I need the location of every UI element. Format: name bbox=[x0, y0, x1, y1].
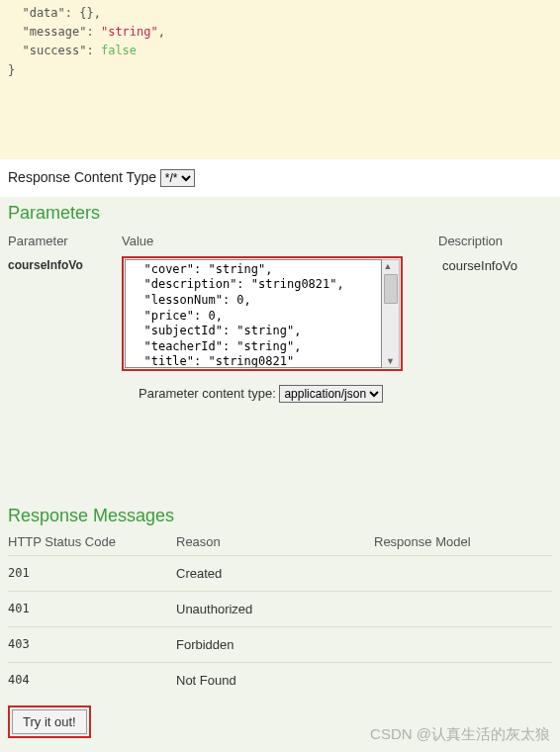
resp-header-reason: Reason bbox=[176, 534, 374, 549]
response-code: 201 bbox=[8, 566, 176, 581]
resp-header-model: Response Model bbox=[374, 534, 552, 549]
response-sample-code: "data": {}, "message": "string", "succes… bbox=[0, 0, 560, 159]
parameter-content-type-row: Parameter content type: application/json bbox=[0, 373, 560, 411]
resp-header-status: HTTP Status Code bbox=[8, 534, 176, 549]
response-row: 201 Created bbox=[8, 555, 552, 591]
response-row: 401 Unauthorized bbox=[8, 591, 552, 626]
response-content-type-row: Response Content Type */* bbox=[0, 159, 560, 197]
try-it-out-button[interactable]: Try it out! bbox=[12, 709, 87, 734]
parameter-content-type-select[interactable]: application/json bbox=[279, 385, 383, 403]
response-model bbox=[374, 637, 552, 652]
parameters-header-value: Value bbox=[122, 234, 438, 248]
response-messages-title: Response Messages bbox=[8, 500, 552, 530]
parameter-content-type-label: Parameter content type: bbox=[139, 386, 276, 401]
parameter-name: courseInfoVo bbox=[8, 256, 122, 272]
textarea-scrollbar[interactable]: ▲ ▼ bbox=[382, 259, 400, 368]
response-reason: Unauthorized bbox=[176, 602, 374, 616]
parameters-header-parameter: Parameter bbox=[8, 234, 122, 248]
parameter-value-highlight: ▲ ▼ bbox=[122, 256, 403, 371]
response-code: 404 bbox=[8, 673, 176, 688]
response-messages-section: Response Messages HTTP Status Code Reaso… bbox=[0, 500, 560, 698]
scroll-down-icon[interactable]: ▼ bbox=[386, 355, 395, 367]
response-code: 403 bbox=[8, 637, 176, 652]
response-content-type-select[interactable]: */* bbox=[160, 169, 195, 187]
response-model bbox=[374, 673, 552, 688]
try-it-out-highlight: Try it out! bbox=[8, 705, 91, 738]
response-messages-header: HTTP Status Code Reason Response Model bbox=[8, 530, 552, 555]
scroll-up-icon[interactable]: ▲ bbox=[384, 260, 398, 272]
response-row: 403 Forbidden bbox=[8, 626, 552, 662]
response-content-type-label: Response Content Type bbox=[8, 169, 156, 185]
parameter-description: courseInfoVo bbox=[438, 256, 552, 273]
scroll-thumb[interactable] bbox=[384, 274, 398, 304]
response-reason: Forbidden bbox=[176, 637, 374, 652]
response-model bbox=[374, 566, 552, 581]
parameter-row: courseInfoVo ▲ ▼ courseInfoVo bbox=[8, 254, 552, 373]
parameters-title: Parameters bbox=[0, 197, 560, 228]
response-reason: Created bbox=[176, 566, 374, 581]
response-code: 401 bbox=[8, 602, 176, 616]
response-reason: Not Found bbox=[176, 673, 374, 688]
parameters-header: Parameter Value Description bbox=[8, 228, 552, 254]
try-it-out-wrap: Try it out! bbox=[0, 698, 560, 746]
response-row: 404 Not Found bbox=[8, 662, 552, 698]
parameters-header-description: Description bbox=[438, 234, 552, 248]
parameter-value-textarea[interactable] bbox=[125, 259, 382, 368]
parameters-section: Parameter Value Description courseInfoVo… bbox=[0, 228, 560, 373]
response-model bbox=[374, 602, 552, 616]
